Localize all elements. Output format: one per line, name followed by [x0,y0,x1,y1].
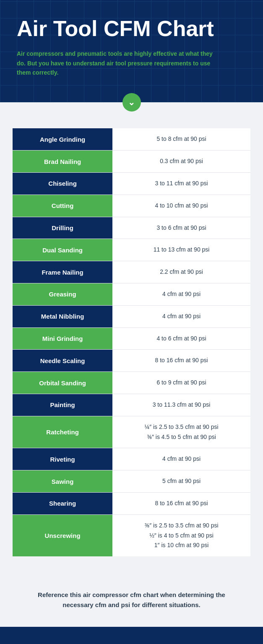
tool-name-cell: Cutting [13,195,112,217]
cfm-value-cell: 6 to 9 cfm at 90 psi [112,372,250,394]
cfm-table: Angle Grinding5 to 8 cfm at 90 psiBrad N… [13,128,250,556]
cfm-value-cell: 5 to 8 cfm at 90 psi [112,128,250,150]
table-row: Sawing5 cfm at 90 psi [13,470,250,493]
tool-name-cell: Angle Grinding [13,128,112,150]
tool-name-cell: Metal Nibbling [13,306,112,327]
tool-name-cell: Brad Nailing [13,151,112,172]
tool-name-cell: Riveting [13,448,112,470]
tool-name-cell: Ratcheting [13,416,112,448]
cfm-value-cell: 2.2 cfm at 90 psi [112,261,250,283]
header-section: Air Tool CFM Chart Air compressors and p… [0,0,263,102]
table-row: Metal Nibbling4 cfm at 90 psi [13,306,250,328]
table-row: Needle Scaling8 to 16 cfm at 90 psi [13,350,250,372]
cfm-value-cell: 3 to 11.3 cfm at 90 psi [112,394,250,416]
cfm-value-cell: 8 to 16 cfm at 90 psi [112,350,250,371]
tool-name-cell: Sawing [13,470,112,492]
table-row: Shearing8 to 16 cfm at 90 psi [13,493,250,515]
table-row: Cutting4 to 10 cfm at 90 psi [13,195,250,217]
cfm-value-cell: 3 to 11 cfm at 90 psi [112,173,250,195]
header-subtitle: Air compressors and pneumatic tools are … [17,49,218,77]
chevron-down-icon: ⌄ [122,93,141,112]
cfm-value-cell: 4 cfm at 90 psi [112,283,250,305]
table-row: Drilling3 to 6 cfm at 90 psi [13,217,250,239]
tool-name-cell: Mini Grinding [13,328,112,350]
table-row: Riveting4 cfm at 90 psi [13,448,250,470]
cfm-value-cell: 4 to 10 cfm at 90 psi [112,195,250,217]
footer-note-text: Reference this air compressor cfm chart … [25,590,238,610]
table-row: Greasing4 cfm at 90 psi [13,283,250,306]
cfm-value-cell: ⅜″ is 2.5 to 3.5 cfm at 90 psi½″ is 4 to… [112,515,250,556]
tool-name-cell: Drilling [13,217,112,239]
tool-name-cell: Painting [13,394,112,416]
brand-footer: Quincy COMPRESSOR To see our offerings, … [0,627,263,644]
chevron-container: ⌄ [0,93,263,112]
table-row: Orbital Sanding6 to 9 cfm at 90 psi [13,372,250,394]
table-row: Mini Grinding4 to 6 cfm at 90 psi [13,328,250,350]
cfm-value-cell: ¼″ is 2.5 to 3.5 cfm at 90 psi⅜″ is 4.5 … [112,416,250,448]
table-row: Chiseling3 to 11 cfm at 90 psi [13,173,250,195]
footer-note-section: Reference this air compressor cfm chart … [0,573,263,627]
table-row: Ratcheting¼″ is 2.5 to 3.5 cfm at 90 psi… [13,416,250,449]
page-title: Air Tool CFM Chart [17,17,246,41]
cfm-value-cell: 4 cfm at 90 psi [112,306,250,327]
tool-name-cell: Shearing [13,493,112,514]
table-section: Angle Grinding5 to 8 cfm at 90 psiBrad N… [0,120,263,573]
tool-name-cell: Orbital Sanding [13,372,112,394]
table-row: Unscrewing⅜″ is 2.5 to 3.5 cfm at 90 psi… [13,515,250,556]
table-row: Dual Sanding11 to 13 cfm at 90 psi [13,239,250,261]
table-row: Painting3 to 11.3 cfm at 90 psi [13,394,250,416]
cfm-value-cell: 0.3 cfm at 90 psi [112,151,250,172]
tool-name-cell: Unscrewing [13,515,112,556]
table-row: Angle Grinding5 to 8 cfm at 90 psi [13,128,250,151]
tool-name-cell: Frame Nailing [13,261,112,283]
table-row: Frame Nailing2.2 cfm at 90 psi [13,261,250,283]
cfm-value-cell: 11 to 13 cfm at 90 psi [112,239,250,261]
tool-name-cell: Chiseling [13,173,112,195]
tool-name-cell: Dual Sanding [13,239,112,261]
table-row: Brad Nailing0.3 cfm at 90 psi [13,151,250,173]
tool-name-cell: Needle Scaling [13,350,112,371]
cfm-value-cell: 5 cfm at 90 psi [112,470,250,492]
cfm-value-cell: 8 to 16 cfm at 90 psi [112,493,250,514]
cfm-value-cell: 4 cfm at 90 psi [112,448,250,470]
tool-name-cell: Greasing [13,283,112,305]
cfm-value-cell: 3 to 6 cfm at 90 psi [112,217,250,239]
cfm-value-cell: 4 to 6 cfm at 90 psi [112,328,250,350]
